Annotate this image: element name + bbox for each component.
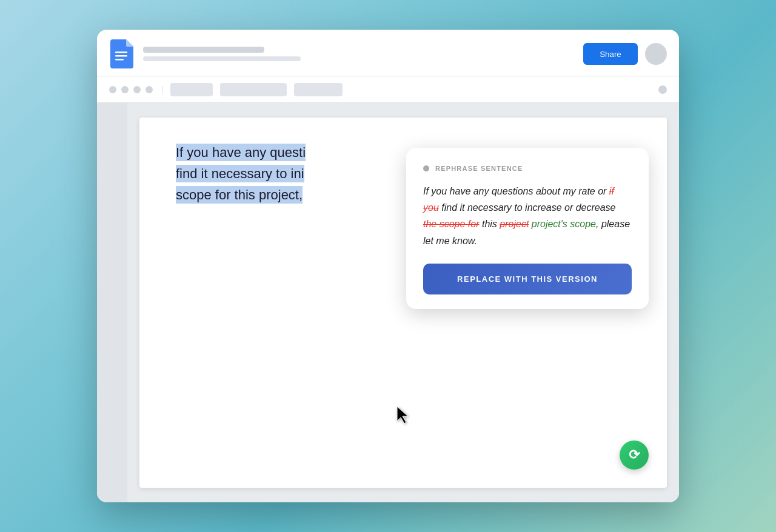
toolbar-dot-1	[109, 86, 116, 93]
document-page: If you have any questi find it necessary…	[139, 118, 667, 488]
toolbar-window-controls	[109, 86, 163, 93]
svg-rect-1	[115, 55, 127, 57]
popup-text-3: this	[480, 219, 500, 229]
topbar-title-placeholder	[143, 47, 264, 53]
floating-action-icon[interactable]: ⟳	[620, 441, 649, 470]
document-area: If you have any questi find it necessary…	[97, 103, 679, 502]
popup-title: REPHRASE SENTENCE	[435, 165, 523, 172]
left-sidebar	[97, 103, 127, 502]
popup-text-2: find it necessary to increase or decreas…	[439, 202, 616, 213]
topbar-info	[143, 47, 574, 61]
share-button[interactable]: Share	[583, 43, 638, 65]
rephrase-popup: REPHRASE SENTENCE If you have any questi…	[406, 148, 649, 309]
popup-text-1: If you have any questions about my rate …	[423, 186, 609, 196]
avatar	[645, 43, 667, 65]
floating-icon-symbol: ⟳	[629, 447, 640, 463]
toolbar-end-icon	[658, 85, 667, 94]
selected-text-line2: find it necessary to ini	[176, 165, 304, 182]
popup-header: REPHRASE SENTENCE	[423, 165, 632, 172]
popup-strikethrough-3: project	[500, 219, 529, 229]
popup-strikethrough-2: the scope for	[423, 219, 480, 229]
toolbar-dot-3	[133, 86, 141, 93]
toolbar-dot-2	[121, 86, 129, 93]
selected-text-line1: If you have any questi	[176, 144, 306, 161]
popup-header-dot	[423, 165, 429, 171]
svg-rect-0	[115, 52, 127, 53]
svg-rect-2	[115, 59, 124, 61]
toolbar-dot-4	[146, 86, 153, 93]
toolbar-menu-1	[170, 83, 213, 96]
mouse-cursor	[396, 405, 410, 427]
docs-icon	[109, 39, 133, 68]
browser-topbar: Share	[97, 30, 679, 76]
topbar-actions: Share	[583, 43, 667, 65]
popup-insert-1: project's scope	[529, 219, 596, 229]
topbar-subtitle-placeholder	[143, 56, 301, 61]
popup-body: If you have any questions about my rate …	[423, 183, 632, 249]
toolbar	[97, 76, 679, 103]
toolbar-menu-2	[220, 83, 287, 96]
browser-window: Share If you have any questi find it nec	[97, 30, 679, 502]
replace-button[interactable]: REPLACE WITH THIS VERSION	[423, 264, 632, 294]
toolbar-menu-3	[294, 83, 343, 96]
selected-text-line3: scope for this project,	[176, 186, 303, 204]
